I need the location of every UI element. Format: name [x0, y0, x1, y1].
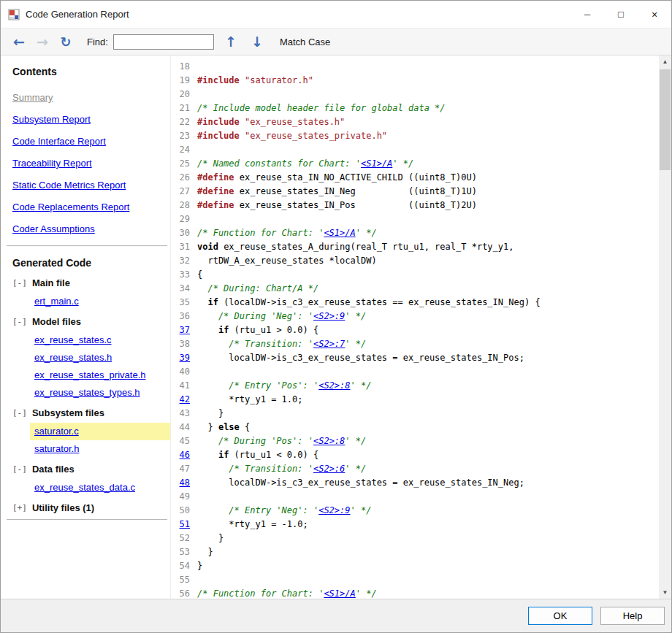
expander-icon[interactable]: [+] [12, 503, 27, 513]
file-link-ex-reuse-states-data-c[interactable]: ex_reuse_states_data.c [30, 479, 170, 496]
scroll-down-button[interactable]: ▼ [659, 586, 671, 599]
code-trace-link[interactable]: <S2>:9 [313, 311, 345, 321]
code-line: 53 } [171, 545, 659, 559]
code-generation-report-window: Code Generation Report ─ □ × ← → ↻ Find:… [0, 0, 672, 633]
line-number-link[interactable]: 37 [171, 323, 190, 337]
scrollbar-thumb[interactable] [660, 69, 671, 170]
group-header: [-]Subsystem files [12, 407, 170, 418]
find-input[interactable] [113, 34, 214, 50]
code-trace-link[interactable]: <S2>:6 [313, 464, 345, 474]
code-trace-link[interactable]: <S2>:8 [318, 380, 350, 391]
code-text [190, 88, 197, 101]
contents-link-traceability-report[interactable]: Traceability Report [12, 158, 170, 169]
code-line: 55 [171, 573, 659, 587]
file-link-saturator-h[interactable]: saturator.h [30, 440, 170, 458]
code-trace-link[interactable]: <S2>:9 [318, 505, 350, 515]
file-link-ex-reuse-states-private-h[interactable]: ex_reuse_states_private.h [30, 367, 170, 384]
minimize-button[interactable]: ─ [570, 1, 604, 28]
line-number-link[interactable]: 46 [171, 448, 190, 462]
match-case-toggle[interactable]: Match Case [280, 37, 330, 47]
group-label: Model files [32, 316, 81, 327]
code-text: /* During 'Neg': '<S2>:9' */ [190, 310, 366, 323]
group-header: [+]Utility files (1) [12, 502, 170, 513]
find-next-button[interactable]: ↓ [248, 32, 267, 51]
line-number: 35 [171, 296, 190, 310]
code-segment: *rty_y1 = 1.0; [197, 394, 303, 404]
file-link-ex-reuse-states-h[interactable]: ex_reuse_states.h [30, 349, 170, 367]
back-button[interactable]: ← [9, 32, 28, 51]
footer-bar: OK Help [1, 599, 671, 632]
contents-link-code-interface-report[interactable]: Code Interface Report [12, 136, 170, 147]
code-text: } [190, 532, 224, 545]
code-text: #include "saturator.h" [190, 74, 313, 88]
maximize-button[interactable]: □ [604, 1, 638, 28]
code-text: localDW->is_c3_ex_reuse_states = ex_reus… [190, 476, 524, 490]
code-trace-link[interactable]: <S1>/A [324, 588, 355, 599]
file-link-ert-main-c[interactable]: ert_main.c [30, 293, 170, 310]
file-link-ex-reuse-states-c[interactable]: ex_reuse_states.c [30, 331, 170, 349]
code-text [190, 490, 197, 504]
code-segment: ex_reuse_states_IN_Neg ((uint8_T)1U) [234, 186, 477, 196]
find-previous-button[interactable]: ↑ [221, 32, 240, 51]
code-trace-link[interactable]: <S1>/A [361, 158, 392, 169]
expander-icon[interactable]: [-] [12, 408, 27, 418]
file-link-saturator-c[interactable]: saturator.c [30, 423, 170, 440]
scroll-up-button[interactable]: ▲ [659, 55, 671, 68]
line-number-link[interactable]: 39 [171, 351, 190, 365]
forward-button[interactable]: → [33, 32, 52, 51]
contents-link-code-replacements-report[interactable]: Code Replacements Report [12, 202, 170, 213]
code-line: 44 } else { [171, 421, 659, 434]
code-segment: ' */ [356, 588, 377, 599]
contents-link-subsystem-report[interactable]: Subsystem Report [12, 114, 170, 126]
code-segment: } [197, 561, 202, 571]
window-title: Code Generation Report [26, 9, 129, 20]
code-trace-link[interactable]: <S2>:7 [313, 339, 345, 349]
code-segment: ' */ [351, 380, 372, 391]
code-segment: #define [197, 172, 234, 183]
expander-icon[interactable]: [-] [12, 317, 27, 326]
close-button[interactable]: × [638, 1, 671, 28]
code-text: if (rtu_u1 > 0.0) { [190, 323, 318, 337]
line-number-link[interactable]: 51 [171, 518, 190, 532]
line-number-link[interactable]: 48 [171, 476, 190, 490]
up-arrow-icon: ↑ [225, 34, 237, 50]
help-button[interactable]: Help [600, 607, 665, 625]
code-text: /* Transition: '<S2>:6' */ [190, 462, 366, 476]
code-line: 31void ex_reuse_states_A_during(real_T r… [171, 240, 659, 254]
minimize-icon: ─ [584, 9, 591, 20]
code-text: #include "ex_reuse_states_private.h" [190, 129, 387, 143]
line-number: 23 [171, 129, 190, 143]
code-segment: #include [197, 131, 240, 141]
code-trace-link[interactable]: <S1>/A [324, 228, 355, 238]
code-text: /* Named constants for Chart: '<S1>/A' *… [190, 157, 413, 171]
file-link-ex-reuse-states-types-h[interactable]: ex_reuse_states_types.h [30, 384, 170, 402]
code-segment: { [197, 269, 202, 280]
vertical-scrollbar[interactable]: ▲ ▼ [659, 55, 671, 599]
file-group-model-files: [-]Model filesex_reuse_states.cex_reuse_… [12, 316, 170, 402]
code-line: 39 localDW->is_c3_ex_reuse_states = ex_r… [171, 351, 659, 365]
group-label: Main file [32, 277, 70, 288]
code-segment: } [197, 547, 213, 557]
code-segment: /* Transition: ' [197, 464, 313, 474]
contents-link-coder-assumptions[interactable]: Coder Assumptions [12, 223, 170, 235]
code-text: *rty_y1 = -1.0; [190, 518, 308, 532]
code-segment: ' */ [345, 436, 366, 446]
code-segment: if [207, 297, 218, 307]
ok-button[interactable]: OK [528, 607, 592, 625]
contents-link-summary[interactable]: Summary [12, 92, 170, 104]
expander-icon[interactable]: [-] [12, 278, 27, 288]
expander-icon[interactable]: [-] [12, 464, 27, 474]
line-number-link[interactable]: 42 [171, 393, 190, 407]
code-trace-link[interactable]: <S2>:8 [313, 436, 345, 446]
code-line: 50 /* Entry 'Neg': '<S2>:9' */ [171, 504, 659, 518]
code-text [190, 212, 197, 226]
refresh-button[interactable]: ↻ [56, 32, 75, 51]
code-segment: rtDW_A_ex_reuse_states *localDW) [197, 256, 377, 266]
code-line: 33{ [171, 268, 659, 282]
contents-link-static-code-metrics-report[interactable]: Static Code Metrics Report [12, 180, 170, 191]
code-lines: 1819#include "saturator.h"2021/* Include… [171, 60, 659, 599]
line-number: 19 [171, 74, 190, 88]
line-number: 54 [171, 559, 190, 573]
contents-links: SummarySubsystem ReportCode Interface Re… [12, 92, 170, 235]
code-line: 34 /* During: Chart/A */ [171, 282, 659, 296]
